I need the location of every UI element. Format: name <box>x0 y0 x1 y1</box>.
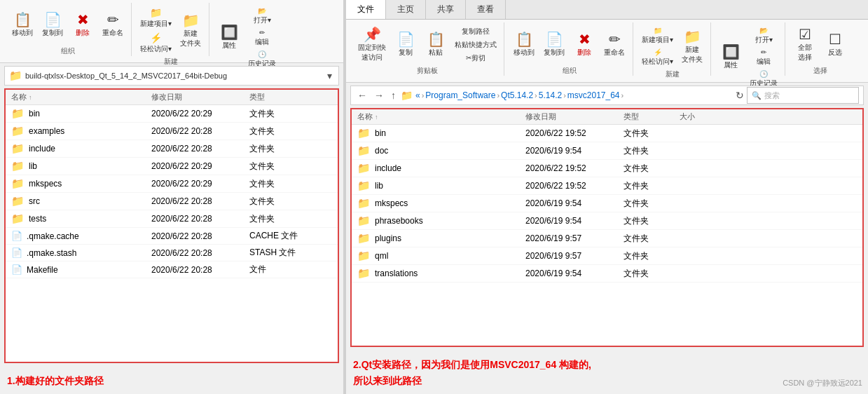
right-copy-button[interactable]: 📄 复制 <box>392 30 420 60</box>
folder-icon: 📁 <box>357 215 371 227</box>
list-item[interactable]: 📁 doc 2020/6/19 9:54 文件夹 <box>352 142 862 160</box>
up-button[interactable]: ↑ <box>389 90 398 101</box>
file-date: 2020/6/19 9:57 <box>525 251 624 261</box>
breadcrumb-qt[interactable]: Qt5.14.2 <box>501 90 533 100</box>
rename-button[interactable]: ✏ 重命名 <box>99 11 127 40</box>
right-properties-button[interactable]: 🔲 属性 <box>717 43 745 72</box>
list-item[interactable]: 📁 lib 2020/6/22 19:52 文件夹 <box>352 177 862 195</box>
copy-to-button[interactable]: 📄 复制到 <box>39 11 67 40</box>
file-name: examples <box>29 126 64 136</box>
right-easy-access-button[interactable]: ⚡ 轻松访问▾ <box>639 47 676 68</box>
tab-file[interactable]: 文件 <box>346 0 386 19</box>
right-col-date-header[interactable]: 修改日期 <box>525 111 624 122</box>
list-item[interactable]: 📁 bin 2020/6/22 19:52 文件夹 <box>352 125 862 142</box>
file-name-cell: 📁 include <box>11 142 151 155</box>
list-item[interactable]: 📁 examples 2020/6/22 20:28 文件夹 <box>6 123 338 140</box>
file-name: plugins <box>375 233 401 243</box>
col-type-header[interactable]: 类型 <box>249 92 305 102</box>
forward-button[interactable]: → <box>372 90 386 101</box>
tab-home[interactable]: 主页 <box>386 0 426 19</box>
list-item[interactable]: 📁 bin 2020/6/22 20:29 文件夹 <box>6 105 338 123</box>
right-open-button[interactable]: 📂 打开▾ <box>747 25 780 46</box>
list-item[interactable]: 📁 plugins 2020/6/19 9:57 文件夹 <box>352 230 862 247</box>
delete-button[interactable]: ✖ 删除 <box>69 11 97 40</box>
file-type: 文件夹 <box>249 178 305 190</box>
list-item[interactable]: 📁 include 2020/6/22 20:28 文件夹 <box>6 140 338 158</box>
list-item[interactable]: 📄 Makefile 2020/6/22 20:28 文件 <box>6 261 338 278</box>
left-file-rows: 📁 bin 2020/6/22 20:29 文件夹 📁 examples 202… <box>6 105 338 278</box>
folder-icon: 📁 <box>11 177 25 190</box>
file-name: mkspecs <box>29 179 62 189</box>
list-item[interactable]: 📁 lib 2020/6/22 20:29 文件夹 <box>6 158 338 175</box>
right-rename-button[interactable]: ✏ 重命名 <box>600 30 628 60</box>
list-item[interactable]: 📁 mkspecs 2020/6/19 9:54 文件夹 <box>352 195 862 212</box>
list-item[interactable]: 📁 include 2020/6/22 19:52 文件夹 <box>352 160 862 177</box>
list-item[interactable]: 📁 phrasebooks 2020/6/19 9:54 文件夹 <box>352 212 862 230</box>
left-address-bar[interactable]: 📁 build-qtxlsx-Desktop_Qt_5_14_2_MSVC201… <box>4 66 339 86</box>
paste-shortcut-button[interactable]: 粘贴快捷方式 <box>452 39 500 51</box>
tab-bar: 文件 主页 共享 查看 <box>346 0 868 20</box>
pin-quickaccess-button[interactable]: 📌 固定到快 速访问 <box>354 25 390 64</box>
cut-button[interactable]: ✂剪切 <box>452 52 500 64</box>
new-folder-button[interactable]: 📁 新建 文件夹 <box>177 11 205 50</box>
right-ribbon-open: 🔲 属性 📂 打开▾ ✏ 编辑 🕒 <box>712 22 785 76</box>
breadcrumb-part1[interactable]: « <box>415 90 420 100</box>
left-ribbon-new: 📁 新建项目▾ ⚡ 轻松访问▾ 📁 新建 文件夹 新建 <box>133 3 209 56</box>
right-delete-button[interactable]: ✖ 删除 <box>570 30 598 60</box>
list-item[interactable]: 📁 mkspecs 2020/6/22 20:29 文件夹 <box>6 175 338 193</box>
list-item[interactable]: 📁 tests 2020/6/22 20:28 文件夹 <box>6 210 338 228</box>
right-new-folder-button[interactable]: 📁 新建 文件夹 <box>678 27 706 67</box>
search-box[interactable]: 🔍 搜索 <box>747 87 859 104</box>
file-type: STASH 文件 <box>249 247 305 259</box>
list-item[interactable]: 📁 src 2020/6/22 20:28 文件夹 <box>6 193 338 210</box>
right-edit-button[interactable]: ✏ 编辑 <box>747 47 780 68</box>
sort-arrow: ↑ <box>29 94 32 101</box>
open-button[interactable]: 📂 打开▾ <box>245 6 279 27</box>
breadcrumb-msvc[interactable]: msvc2017_64 <box>567 90 620 100</box>
col-name-header[interactable]: 名称 ↑ <box>11 92 151 102</box>
invert-selection-button[interactable]: ☐ 反选 <box>821 30 849 60</box>
edit-button[interactable]: ✏ 编辑 <box>245 27 279 48</box>
right-move-button[interactable]: 📋 移动到 <box>510 30 538 60</box>
file-type: 文件夹 <box>624 145 680 157</box>
right-ribbon-clipboard-split: 复制路径 粘贴快捷方式 ✂剪切 <box>452 25 500 64</box>
file-type: 文件 <box>249 264 305 276</box>
right-address-bar[interactable]: ← → ↑ 📁 « › Program_Software › Qt5.14.2 … <box>350 86 864 105</box>
left-ribbon-split-new: 📁 新建项目▾ ⚡ 轻松访问▾ <box>137 6 174 55</box>
left-dropdown-btn[interactable]: ▾ <box>325 70 334 81</box>
file-type: 文件夹 <box>249 143 305 155</box>
tab-share[interactable]: 共享 <box>426 0 466 19</box>
copy-path-button[interactable]: 复制路径 <box>452 25 500 38</box>
refresh-button[interactable]: ↻ <box>736 90 744 101</box>
left-path: build-qtxlsx-Desktop_Qt_5_14_2_MSVC2017_… <box>25 72 322 80</box>
easy-access-button[interactable]: ⚡ 轻松访问▾ <box>137 31 174 55</box>
right-col-type-header[interactable]: 类型 <box>624 111 680 122</box>
breadcrumb-version[interactable]: 5.14.2 <box>539 90 562 100</box>
list-item[interactable]: 📄 .qmake.cache 2020/6/22 20:28 CACHE 文件 <box>6 228 338 245</box>
right-new-item-button[interactable]: 📁 新建项目▾ <box>639 25 676 46</box>
new-item-button[interactable]: 📁 新建项目▾ <box>137 6 174 30</box>
properties-button[interactable]: 🔲 属性 <box>215 23 243 53</box>
file-type: 文件夹 <box>624 215 680 227</box>
move-to-button[interactable]: 📋 移动到 <box>8 11 36 40</box>
file-type: 文件夹 <box>624 198 680 210</box>
breadcrumb-program[interactable]: Program_Software <box>425 90 495 100</box>
file-name-cell: 📁 mkspecs <box>357 197 525 210</box>
right-open-icon: 📂 <box>759 27 768 34</box>
paste-button[interactable]: 📋 粘贴 <box>422 30 450 60</box>
folder-small-icon: 📁 <box>401 90 413 101</box>
right-copyto-button[interactable]: 📄 复制到 <box>540 30 568 60</box>
list-item[interactable]: 📁 qml 2020/6/19 9:57 文件夹 <box>352 247 862 265</box>
right-col-name-header[interactable]: 名称 ↑ <box>357 111 525 122</box>
file-date: 2020/6/22 20:28 <box>151 196 249 206</box>
right-col-size-header[interactable]: 大小 <box>680 111 722 122</box>
list-item[interactable]: 📄 .qmake.stash 2020/6/22 20:28 STASH 文件 <box>6 245 338 261</box>
right-ribbon-new-split: 📁 新建项目▾ ⚡ 轻松访问▾ <box>639 25 676 68</box>
list-item[interactable]: 📁 translations 2020/6/19 9:54 文件夹 <box>352 265 862 283</box>
tab-view[interactable]: 查看 <box>466 0 506 19</box>
select-all-button[interactable]: ☑ 全部 选择 <box>791 25 819 64</box>
left-file-list: 名称 ↑ 修改日期 类型 📁 bin 2020/6/22 20:29 文件夹 📁… <box>4 88 339 363</box>
file-name-cell: 📁 phrasebooks <box>357 215 525 227</box>
back-button[interactable]: ← <box>355 90 369 101</box>
col-date-header[interactable]: 修改日期 <box>151 92 249 102</box>
